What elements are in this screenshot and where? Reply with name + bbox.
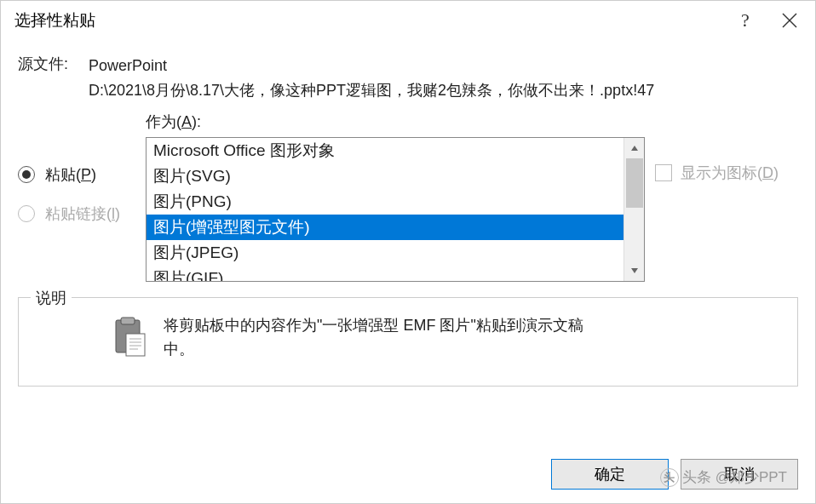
cancel-button[interactable]: 取消 bbox=[681, 459, 798, 490]
chevron-down-icon bbox=[630, 266, 639, 275]
scroll-up-button[interactable] bbox=[624, 138, 644, 158]
scrollbar[interactable] bbox=[623, 138, 644, 281]
dialog-title: 选择性粘贴 bbox=[14, 9, 733, 32]
svg-rect-5 bbox=[121, 318, 135, 324]
checkbox-icon bbox=[655, 164, 672, 181]
description-legend: 说明 bbox=[31, 288, 72, 308]
scroll-down-button[interactable] bbox=[624, 261, 644, 281]
ok-button[interactable]: 确定 bbox=[551, 459, 669, 490]
paste-link-radio: 粘贴链接(l) bbox=[18, 203, 146, 224]
title-bar: 选择性粘贴 ? bbox=[1, 1, 815, 40]
list-item[interactable]: 图片(SVG) bbox=[147, 163, 623, 189]
clipboard-icon bbox=[112, 317, 148, 358]
show-as-icon-checkbox: 显示为图标(D) bbox=[655, 163, 798, 183]
list-item[interactable]: 图片(PNG) bbox=[147, 189, 623, 215]
help-button[interactable]: ? bbox=[733, 9, 757, 32]
as-label: 作为(A): bbox=[146, 112, 798, 132]
source-label: 源文件: bbox=[18, 54, 89, 103]
radio-icon bbox=[18, 205, 35, 222]
list-item[interactable]: Microsoft Office 图形对象 bbox=[147, 138, 623, 163]
close-icon bbox=[782, 13, 797, 28]
format-listbox[interactable]: Microsoft Office 图形对象 图片(SVG) 图片(PNG) 图片… bbox=[146, 137, 645, 282]
chevron-up-icon bbox=[630, 144, 639, 152]
show-as-icon-label: 显示为图标(D) bbox=[681, 163, 779, 183]
paste-radio[interactable]: 粘贴(P) bbox=[18, 164, 146, 185]
list-item[interactable]: 图片(增强型图元文件) bbox=[147, 215, 623, 240]
paste-link-radio-label: 粘贴链接(l) bbox=[45, 203, 120, 224]
list-item[interactable]: 图片(GIF) bbox=[147, 266, 623, 281]
svg-marker-2 bbox=[631, 146, 638, 151]
description-text: 将剪贴板中的内容作为"一张增强型 EMF 图片"粘贴到演示文稿中。 bbox=[164, 313, 606, 363]
source-file-row: 源文件: PowerPoint D:\2021\8月份\8.17\大佬，像这种P… bbox=[18, 54, 798, 103]
svg-rect-6 bbox=[126, 334, 145, 356]
source-path: D:\2021\8月份\8.17\大佬，像这种PPT逻辑图，我赌2包辣条，你做不… bbox=[89, 78, 654, 103]
paste-radio-label: 粘贴(P) bbox=[45, 164, 96, 185]
svg-marker-3 bbox=[631, 268, 638, 273]
source-app: PowerPoint bbox=[89, 54, 654, 78]
list-item[interactable]: 图片(JPEG) bbox=[147, 240, 623, 266]
scroll-thumb[interactable] bbox=[626, 158, 643, 208]
close-button[interactable] bbox=[778, 9, 802, 32]
description-group: 说明 将剪贴板中的内容作为"一张增强型 EMF 图片"粘贴到演示文稿中。 bbox=[18, 297, 798, 387]
radio-icon bbox=[18, 166, 35, 183]
source-info: PowerPoint D:\2021\8月份\8.17\大佬，像这种PPT逻辑图… bbox=[89, 54, 654, 103]
